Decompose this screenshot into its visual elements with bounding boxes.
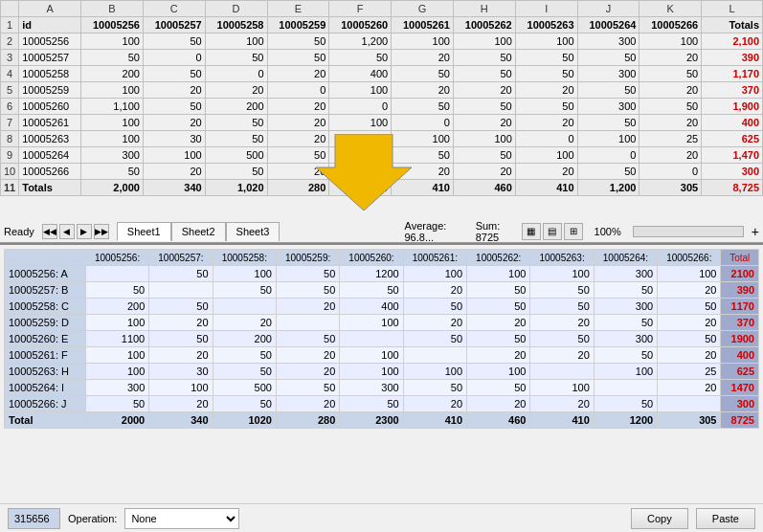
col-header-l[interactable]: L <box>702 1 763 17</box>
cell-10-j[interactable]: 50 <box>577 164 640 180</box>
cell-7-l[interactable]: 400 <box>702 115 763 131</box>
cell-10-d[interactable]: 50 <box>205 164 267 180</box>
col-header-i[interactable]: I <box>515 1 577 17</box>
cell-2-f[interactable]: 1,200 <box>329 33 392 50</box>
totals-d[interactable]: 1,020 <box>205 180 267 196</box>
cell-2-l[interactable]: 2,100 <box>702 33 763 50</box>
cell-8-d[interactable]: 50 <box>205 131 267 147</box>
cell-5-k[interactable]: 20 <box>640 82 702 99</box>
cell-5-l[interactable]: 370 <box>702 82 763 99</box>
cell-5-i[interactable]: 20 <box>515 82 577 99</box>
cell-5-f[interactable]: 100 <box>329 82 392 99</box>
cell-6-h[interactable]: 50 <box>453 99 515 115</box>
cell-2-h[interactable]: 100 <box>453 33 515 50</box>
cell-3-g[interactable]: 20 <box>392 50 454 66</box>
cell-3-b[interactable]: 50 <box>81 50 144 66</box>
col-header-h[interactable]: H <box>453 1 515 17</box>
sheet-nav-first[interactable]: ◀◀ <box>42 224 57 239</box>
cell-1-i[interactable]: 10005263 <box>515 17 577 33</box>
cell-2-a[interactable]: 10005256 <box>19 33 81 50</box>
col-header-b[interactable]: B <box>81 1 144 17</box>
cell-9-a[interactable]: 10005264 <box>19 147 81 164</box>
operation-select[interactable]: None Add Subtract Multiply Divide <box>124 508 239 529</box>
sheet-nav-next[interactable]: ▶ <box>77 224 92 239</box>
cell-3-k[interactable]: 20 <box>640 50 702 66</box>
cell-8-i[interactable]: 0 <box>515 131 577 147</box>
sheet-tab-3[interactable]: Sheet3 <box>226 222 281 241</box>
cell-4-j[interactable]: 300 <box>577 66 640 82</box>
cell-6-c[interactable]: 50 <box>143 99 205 115</box>
cell-7-k[interactable]: 20 <box>640 115 702 131</box>
cell-5-g[interactable]: 20 <box>392 82 454 99</box>
col-header-e[interactable]: E <box>267 1 329 17</box>
col-header-k[interactable]: K <box>640 1 702 17</box>
layout-view-icon[interactable]: ▤ <box>543 223 562 240</box>
col-header-j[interactable]: J <box>577 1 640 17</box>
totals-f[interactable]: 2,300 <box>329 180 392 196</box>
cell-10-e[interactable]: 20 <box>267 164 329 180</box>
cell-8-c[interactable]: 30 <box>143 131 205 147</box>
cell-3-l[interactable]: 390 <box>702 50 763 66</box>
totals-j[interactable]: 1,200 <box>577 180 640 196</box>
cell-5-a[interactable]: 10005259 <box>19 82 81 99</box>
cell-5-c[interactable]: 20 <box>143 82 205 99</box>
cell-4-h[interactable]: 50 <box>453 66 515 82</box>
cell-2-d[interactable]: 100 <box>205 33 267 50</box>
totals-e[interactable]: 280 <box>267 180 329 196</box>
totals-l[interactable]: 8,725 <box>702 180 763 196</box>
cell-4-e[interactable]: 20 <box>267 66 329 82</box>
totals-g[interactable]: 410 <box>392 180 454 196</box>
cell-5-e[interactable]: 0 <box>267 82 329 99</box>
cell-3-h[interactable]: 50 <box>453 50 515 66</box>
cell-7-e[interactable]: 20 <box>267 115 329 131</box>
col-header-f[interactable]: F <box>329 1 392 17</box>
sheet-tab-2[interactable]: Sheet2 <box>171 222 226 241</box>
cell-7-d[interactable]: 50 <box>205 115 267 131</box>
sheet-tab-1[interactable]: Sheet1 <box>117 222 171 241</box>
cell-6-j[interactable]: 300 <box>577 99 640 115</box>
cell-6-b[interactable]: 1,100 <box>81 99 144 115</box>
cell-6-l[interactable]: 1,900 <box>702 99 763 115</box>
cell-9-d[interactable]: 500 <box>205 147 267 164</box>
cell-10-l[interactable]: 300 <box>702 164 763 180</box>
cell-8-b[interactable]: 100 <box>81 131 144 147</box>
copy-button[interactable]: Copy <box>631 508 688 529</box>
cell-2-g[interactable]: 100 <box>392 33 454 50</box>
cell-7-b[interactable]: 100 <box>81 115 144 131</box>
cell-9-j[interactable]: 0 <box>577 147 640 164</box>
cell-7-j[interactable]: 50 <box>577 115 640 131</box>
col-header-c[interactable]: C <box>143 1 205 17</box>
cell-1-b[interactable]: 10005256 <box>81 17 144 33</box>
col-header-a[interactable]: A <box>19 1 81 17</box>
totals-k[interactable]: 305 <box>640 180 702 196</box>
totals-label[interactable]: Totals <box>19 180 81 196</box>
paste-button[interactable]: Paste <box>696 508 755 529</box>
cell-1-h[interactable]: 10005262 <box>453 17 515 33</box>
cell-10-k[interactable]: 0 <box>640 164 702 180</box>
cell-9-g[interactable]: 50 <box>392 147 454 164</box>
cell-7-f[interactable]: 100 <box>329 115 392 131</box>
cell-8-e[interactable]: 20 <box>267 131 329 147</box>
cell-7-h[interactable]: 20 <box>453 115 515 131</box>
cell-7-i[interactable]: 20 <box>515 115 577 131</box>
cell-8-l[interactable]: 625 <box>702 131 763 147</box>
cell-6-d[interactable]: 200 <box>205 99 267 115</box>
cell-10-a[interactable]: 10005266 <box>19 164 81 180</box>
cell-1-g[interactable]: 10005261 <box>392 17 454 33</box>
totals-c[interactable]: 340 <box>143 180 205 196</box>
cell-10-i[interactable]: 20 <box>515 164 577 180</box>
cell-7-c[interactable]: 20 <box>143 115 205 131</box>
cell-8-h[interactable]: 100 <box>453 131 515 147</box>
cell-6-k[interactable]: 50 <box>640 99 702 115</box>
totals-h[interactable]: 460 <box>453 180 515 196</box>
cell-1-e[interactable]: 10005259 <box>267 17 329 33</box>
cell-6-e[interactable]: 20 <box>267 99 329 115</box>
cell-3-d[interactable]: 50 <box>205 50 267 66</box>
sheet-nav-prev[interactable]: ◀ <box>59 224 75 239</box>
cell-8-a[interactable]: 10005263 <box>19 131 81 147</box>
cell-4-a[interactable]: 10005258 <box>19 66 81 82</box>
cell-10-f[interactable]: 50 <box>329 164 392 180</box>
cell-1-l[interactable]: Totals <box>702 17 763 33</box>
cell-2-e[interactable]: 50 <box>267 33 329 50</box>
cell-3-e[interactable]: 50 <box>267 50 329 66</box>
